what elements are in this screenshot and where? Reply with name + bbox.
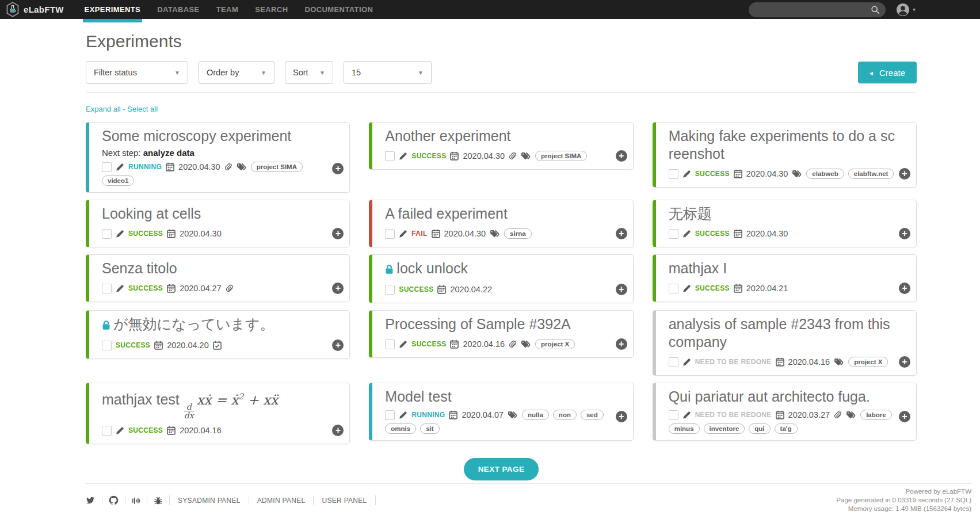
create-button[interactable]: ◀ Create	[858, 62, 917, 83]
select-checkbox[interactable]	[669, 357, 678, 367]
tag-pill[interactable]: inventore	[704, 423, 745, 434]
tag-pill[interactable]: omnis	[385, 423, 416, 434]
select-checkbox[interactable]	[385, 229, 395, 239]
tag-pill[interactable]: project X	[848, 357, 888, 367]
pencil-icon[interactable]	[682, 170, 691, 178]
pencil-icon[interactable]	[116, 284, 124, 293]
experiment-card[interactable]: Looking at cells SUCCESS 2020.04.30 +	[86, 200, 350, 247]
next-page-button[interactable]: NEXT PAGE	[464, 458, 539, 480]
pencil-icon[interactable]	[116, 426, 124, 435]
tag-pill[interactable]: sit	[420, 423, 439, 434]
pencil-icon[interactable]	[682, 411, 691, 419]
tag-pill[interactable]: non	[553, 410, 577, 420]
add-to-category-icon[interactable]: +	[332, 228, 344, 239]
experiment-card[interactable]: Model test RUNNING 2020.04.07 nullanonse…	[369, 383, 633, 441]
select-checkbox[interactable]	[669, 284, 678, 293]
tag-pill[interactable]: sed	[581, 410, 604, 420]
user-menu[interactable]: ▾	[896, 3, 916, 17]
experiment-card[interactable]: Some microscopy experiment Next step: an…	[86, 122, 350, 193]
select-checkbox[interactable]	[385, 151, 395, 161]
experiment-card[interactable]: Qui pariatur aut architecto fuga. NEED T…	[653, 383, 917, 441]
sysadmin-panel-link[interactable]: SYSADMIN PANEL	[170, 495, 249, 505]
add-to-category-icon[interactable]: +	[616, 150, 627, 162]
experiment-card[interactable]: Processing of Sample #392A SUCCESS 2020.…	[369, 310, 633, 358]
tag-pill[interactable]: project SIMA	[535, 151, 587, 161]
select-checkbox[interactable]	[669, 169, 678, 179]
tag-pill[interactable]: project X	[535, 339, 575, 349]
select-checkbox[interactable]	[385, 339, 395, 349]
nav-item-experiments[interactable]: EXPERIMENTS	[85, 0, 141, 19]
add-to-category-icon[interactable]: +	[899, 228, 910, 239]
tag-pill[interactable]: minus	[669, 423, 700, 434]
add-to-category-icon[interactable]: +	[332, 283, 344, 294]
experiment-card[interactable]: analysis of sample #2343 from this compa…	[653, 310, 917, 376]
tag-pill[interactable]: sirna	[504, 228, 532, 239]
brand[interactable]: eLabFTW	[6, 2, 64, 17]
user-panel-link[interactable]: USER PANEL	[314, 495, 375, 505]
pencil-icon[interactable]	[399, 152, 407, 161]
select-checkbox[interactable]	[102, 229, 112, 239]
experiment-card[interactable]: が無効になっています。 SUCCESS 2020.04.20 +	[86, 310, 350, 359]
add-to-category-icon[interactable]: +	[332, 425, 344, 436]
pencil-icon[interactable]	[682, 358, 691, 367]
pencil-icon[interactable]	[399, 340, 407, 349]
pencil-icon[interactable]	[682, 230, 691, 238]
tag-pill[interactable]: video1	[102, 175, 134, 186]
add-to-category-icon[interactable]: +	[616, 338, 627, 350]
add-to-category-icon[interactable]: +	[616, 411, 627, 422]
nav-item-search[interactable]: SEARCH	[255, 0, 288, 19]
bug-icon[interactable]	[147, 495, 170, 505]
tag-pill[interactable]: qui	[749, 423, 770, 434]
pencil-icon[interactable]	[116, 230, 124, 238]
select-checkbox[interactable]	[669, 410, 678, 420]
experiment-card[interactable]: Another experiment SUCCESS 2020.04.30 pr…	[369, 122, 633, 170]
select-checkbox[interactable]	[669, 229, 678, 239]
pencil-icon[interactable]	[399, 411, 407, 419]
nav-item-database[interactable]: DATABASE	[157, 0, 200, 19]
search-icon[interactable]	[871, 5, 880, 17]
filter-select-0[interactable]: Filter status▼	[86, 61, 188, 84]
experiment-card[interactable]: 无标题 SUCCESS 2020.04.30 +	[653, 200, 917, 247]
select-checkbox[interactable]	[385, 285, 395, 295]
tag-pill[interactable]: labore	[860, 410, 892, 420]
add-to-category-icon[interactable]: +	[332, 339, 344, 351]
add-to-category-icon[interactable]: +	[616, 284, 627, 295]
filter-select-2[interactable]: Sort▼	[285, 61, 333, 84]
twitter-icon[interactable]	[86, 495, 102, 505]
tag-pill[interactable]: ta'g	[775, 423, 798, 434]
filter-select-1[interactable]: Order by▼	[199, 61, 274, 84]
experiment-card[interactable]: lock unlock SUCCESS 2020.04.22 +	[369, 254, 633, 303]
add-to-category-icon[interactable]: +	[899, 411, 910, 422]
tag-pill[interactable]: project SIMA	[251, 162, 303, 172]
expand-all-link[interactable]: Expand all	[86, 105, 121, 113]
signal-bars-icon[interactable]	[125, 495, 147, 505]
select-all-link[interactable]: Select all	[127, 105, 158, 113]
select-checkbox[interactable]	[102, 162, 112, 172]
add-to-category-icon[interactable]: +	[616, 228, 627, 239]
pencil-icon[interactable]	[399, 230, 407, 238]
select-checkbox[interactable]	[385, 410, 395, 420]
admin-panel-link[interactable]: ADMIN PANEL	[249, 495, 314, 505]
experiment-card[interactable]: mathjax I SUCCESS 2020.04.21 +	[653, 254, 917, 302]
experiment-card[interactable]: A failed experiment FAIL 2020.04.30 sirn…	[369, 200, 633, 247]
tag-pill[interactable]: elabweb	[806, 169, 844, 179]
search-input[interactable]	[749, 2, 886, 17]
experiment-card[interactable]: mathjax testddxxẋ = ẋ2 + xẍ SUCCESS 2020…	[86, 383, 350, 444]
pencil-icon[interactable]	[682, 284, 691, 293]
select-checkbox[interactable]	[102, 341, 112, 350]
select-checkbox[interactable]	[102, 284, 112, 293]
experiment-card[interactable]: Making fake experiments to do a sc reens…	[653, 122, 917, 188]
pencil-icon[interactable]	[116, 163, 124, 171]
add-to-category-icon[interactable]: +	[899, 283, 910, 294]
select-checkbox[interactable]	[102, 426, 112, 436]
tag-pill[interactable]: nulla	[522, 410, 549, 420]
add-to-category-icon[interactable]: +	[899, 356, 910, 368]
nav-item-documentation[interactable]: DOCUMENTATION	[304, 0, 373, 19]
add-to-category-icon[interactable]: +	[899, 168, 910, 180]
tag-pill[interactable]: elabftw.net	[848, 169, 894, 179]
filter-select-3[interactable]: 15▼	[344, 61, 432, 84]
github-icon[interactable]	[102, 495, 125, 505]
experiment-card[interactable]: Senza titolo SUCCESS 2020.04.27 +	[86, 254, 350, 302]
add-to-category-icon[interactable]: +	[332, 163, 344, 174]
nav-item-team[interactable]: TEAM	[216, 0, 238, 19]
